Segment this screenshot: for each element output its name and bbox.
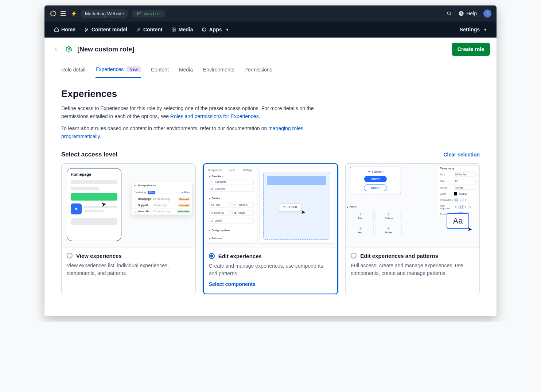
- tab-role-detail[interactable]: Role detail: [61, 61, 85, 78]
- bolt-icon: ⚡: [71, 11, 77, 16]
- radio-view[interactable]: [67, 253, 73, 259]
- nav-content[interactable]: Content: [132, 22, 167, 38]
- section-heading: Experiences: [61, 88, 480, 100]
- access-cards: Homepage ✦ ✦All experiences Created by A…: [61, 163, 480, 294]
- clear-selection-link[interactable]: Clear selection: [443, 152, 480, 158]
- card-desc: Create and manage experiences, use compo…: [209, 262, 332, 277]
- section-description-2: To learn about rules based on content in…: [61, 125, 331, 140]
- tab-environments[interactable]: Environments: [203, 61, 234, 78]
- nav-home[interactable]: Home: [50, 22, 80, 38]
- section-description-1: Define access to Experiences for this ro…: [61, 105, 331, 120]
- page-title: [New custom role]: [77, 46, 134, 53]
- card-illustration: ComponentsLayersSettings Structure ▢ Con…: [204, 164, 338, 248]
- space-name: Marketing Website: [85, 11, 124, 16]
- app-logo[interactable]: [50, 10, 57, 17]
- main-content: Experiences Define access to Experiences…: [44, 78, 497, 316]
- space-chip[interactable]: Marketing Website: [81, 9, 128, 18]
- home-icon: [54, 27, 59, 32]
- puzzle-icon: [202, 27, 207, 32]
- access-level-heading: Select access level: [61, 151, 117, 158]
- role-tabs: Role detail Experiences New Content Medi…: [44, 61, 497, 78]
- new-badge: New: [127, 66, 141, 72]
- search-icon[interactable]: [447, 11, 452, 16]
- card-edit-patterns[interactable]: ✦ Pattern Button Button Typography FontS…: [345, 163, 480, 294]
- main-nav: Home Content model Content Media Apps▼ S…: [44, 22, 497, 38]
- gear-icon: [66, 46, 72, 53]
- select-components-link[interactable]: Select components: [209, 281, 256, 287]
- chevron-down-icon: ▼: [483, 28, 487, 32]
- nav-content-model[interactable]: Content model: [80, 22, 132, 38]
- card-title: Edit experiences: [218, 253, 262, 259]
- branch-name: master: [144, 11, 161, 16]
- image-icon: [171, 27, 176, 32]
- chevron-left-icon: [53, 47, 58, 52]
- tab-permissions[interactable]: Permissions: [245, 61, 272, 78]
- svg-point-10: [173, 29, 174, 30]
- svg-text:?: ?: [460, 12, 462, 15]
- roles-link[interactable]: Roles and permissions for Experiences: [170, 113, 259, 119]
- branch-icon: [136, 11, 141, 16]
- tab-media[interactable]: Media: [179, 61, 193, 78]
- hamburger-icon[interactable]: [61, 11, 66, 16]
- create-role-button[interactable]: Create role: [452, 43, 490, 56]
- branch-chip[interactable]: master: [132, 10, 165, 18]
- radio-full[interactable]: [351, 253, 357, 259]
- help-icon: ?: [458, 11, 464, 16]
- pencil-icon: [136, 27, 141, 32]
- cursor-icon: ➤: [301, 209, 305, 216]
- svg-point-11: [68, 48, 70, 50]
- radio-edit[interactable]: [209, 253, 215, 259]
- card-desc: Full access: create and manage experienc…: [351, 262, 474, 277]
- tab-experiences[interactable]: Experiences New: [96, 61, 141, 78]
- avatar[interactable]: ☺: [483, 9, 491, 18]
- back-button[interactable]: [51, 44, 61, 54]
- chevron-down-icon: ▼: [225, 28, 229, 32]
- nav-settings[interactable]: Settings▼: [455, 22, 491, 38]
- wrench-icon: [84, 27, 89, 32]
- subheader: [New custom role] Create role: [44, 38, 497, 61]
- help-button[interactable]: ? Help: [458, 11, 477, 16]
- card-edit-experiences[interactable]: ComponentsLayersSettings Structure ▢ Con…: [203, 163, 338, 294]
- card-title: Edit experiences and patterns: [360, 253, 438, 259]
- card-desc: View experiences list, individual experi…: [67, 262, 190, 277]
- card-view-experiences[interactable]: Homepage ✦ ✦All experiences Created by A…: [61, 163, 196, 294]
- cursor-icon: ➤: [467, 226, 472, 233]
- help-label: Help: [466, 11, 477, 16]
- tab-content[interactable]: Content: [151, 61, 169, 78]
- nav-media[interactable]: Media: [167, 22, 198, 38]
- card-illustration: Homepage ✦ ✦All experiences Created by A…: [62, 164, 195, 248]
- card-title: View experiences: [76, 253, 122, 259]
- nav-apps[interactable]: Apps▼: [197, 22, 233, 38]
- topbar: ⚡ Marketing Website master ? Help ☺: [44, 5, 497, 22]
- card-illustration: ✦ Pattern Button Button Typography FontS…: [346, 164, 479, 248]
